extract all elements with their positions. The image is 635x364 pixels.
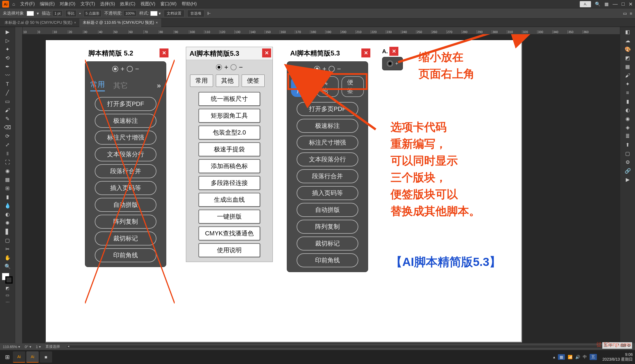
tray-network-icon[interactable]: 📶 [568, 355, 572, 359]
rotate-tool-icon[interactable]: ⟳ [2, 132, 13, 140]
selection-tool-icon[interactable]: ▶ [2, 28, 13, 36]
script-button[interactable]: 统一画板尺寸 [198, 92, 260, 106]
artboard-nav[interactable]: 1 [36, 345, 38, 349]
doc-tab-1[interactable]: 未标题-2.ai @ 50 % (CMYK/CPU 预览)× [1, 18, 79, 27]
close-icon[interactable]: ✕ [629, 1, 633, 7]
width-tool-icon[interactable]: ⫴ [2, 150, 13, 157]
edit-toolbar-icon[interactable]: ⋯ [2, 299, 13, 305]
menu-view[interactable]: 视图(V) [140, 1, 155, 7]
artboard-tool-icon[interactable]: ▢ [2, 237, 13, 244]
taskbar-app-other[interactable]: ◙ [40, 351, 52, 363]
panel53-dark-tabs[interactable]: 常用 其他 便签 [287, 76, 368, 100]
shaper-tool-icon[interactable]: ✎ [2, 115, 13, 123]
color-panel-icon[interactable]: 🎨 [622, 45, 634, 53]
layers-panel-icon[interactable]: ≣ [622, 132, 634, 140]
properties-panel-icon[interactable]: ◧ [622, 28, 634, 36]
graph-tool-icon[interactable]: ▋ [2, 228, 13, 236]
menu-help[interactable]: 帮助(H) [182, 1, 197, 7]
direct-selection-tool-icon[interactable]: ▷ [2, 37, 13, 45]
script-button[interactable]: 裁切标记 [95, 231, 156, 245]
brush-combo[interactable]: 5 点圆形 [84, 10, 101, 17]
artboards-panel-icon[interactable]: ▢ [622, 150, 634, 157]
panel53-dark-close-button[interactable]: ✕ [361, 48, 370, 57]
script-button[interactable]: 标注尺寸增强 [297, 136, 358, 150]
curvature-tool-icon[interactable]: 〰 [2, 71, 13, 79]
symbol-sprayer-icon[interactable]: ✺ [2, 219, 13, 227]
scripts-panel-icon[interactable]: ⚙ [622, 158, 634, 166]
menu-window[interactable]: 窗口(W) [160, 1, 177, 7]
tray-ime-icon[interactable]: 中 [583, 354, 587, 360]
line-tool-icon[interactable]: ╱ [2, 89, 13, 97]
panel52-close-button[interactable]: ✕ [160, 48, 168, 57]
paintbrush-icon[interactable]: 🖌 [2, 106, 13, 114]
stroke-width-combo[interactable]: 1 pt [52, 10, 63, 16]
script-button[interactable]: 印前角线 [95, 248, 156, 262]
taskbar-app-ai-2[interactable]: Ai [26, 351, 39, 363]
asset-export-icon[interactable]: ⬆ [622, 141, 634, 149]
screen-mode-icon[interactable]: ▭ [2, 292, 13, 298]
slice-tool-icon[interactable]: ✂ [2, 245, 13, 253]
transparency-panel-icon[interactable]: ◐ [622, 106, 634, 114]
mini-close-button[interactable]: ✕ [389, 47, 398, 56]
color-guide-icon[interactable]: ◩ [622, 54, 634, 62]
tab-close-icon[interactable]: × [74, 21, 76, 25]
script-button[interactable]: 文本段落分行 [297, 152, 358, 166]
menu-select[interactable]: 选择(S) [100, 1, 115, 7]
panel-toggle-icon[interactable]: ▭ [623, 11, 627, 16]
symbols-panel-icon[interactable]: ✦ [622, 80, 634, 88]
maximize-icon[interactable]: □ [622, 1, 625, 7]
script-button[interactable]: 阵列复制 [297, 220, 358, 234]
script-button[interactable]: 自动拼版 [95, 198, 156, 212]
free-transform-icon[interactable]: ⛶ [2, 158, 13, 166]
color-mode-icon[interactable]: ◩ [2, 285, 13, 291]
lasso-tool-icon[interactable]: ⟲ [2, 54, 13, 62]
type-tool-icon[interactable]: T [2, 80, 13, 88]
script-button[interactable]: 标注尺寸增强 [95, 131, 156, 145]
script-button[interactable]: 极速手提袋 [198, 142, 260, 156]
fill-swatch[interactable] [27, 11, 34, 16]
tray-volume-icon[interactable]: 🔊 [575, 355, 580, 359]
doc-setup-button[interactable]: 文档设置 [164, 10, 184, 17]
script-button[interactable]: 多段路径连接 [198, 176, 260, 190]
script-button[interactable]: 自动拼版 [297, 203, 358, 217]
script-button[interactable]: 极速标注 [95, 114, 156, 128]
search-icon[interactable]: 🔍 [595, 1, 601, 7]
links-panel-icon[interactable]: 🔗 [622, 167, 634, 175]
script-button[interactable]: 包装盒型2.0 [198, 126, 260, 140]
start-button[interactable]: ⊞ [2, 352, 12, 362]
swatches-panel-icon[interactable]: ▦ [622, 63, 634, 71]
panel53-dark-radio-row[interactable]: +− [287, 62, 368, 76]
panel52-radio-row[interactable]: +− [85, 62, 166, 76]
horizontal-scrollbar[interactable] [66, 345, 631, 348]
menu-edit[interactable]: 编辑(E) [40, 1, 55, 7]
style-swatch[interactable] [150, 11, 158, 16]
panel53-light-tabs[interactable]: 常用 其他 便签 [186, 75, 273, 90]
menu-file[interactable]: 文件(F) [20, 1, 35, 7]
workspace-icon[interactable]: ▦ [604, 1, 609, 7]
pen-tool-icon[interactable]: ✒ [2, 63, 13, 71]
mini-panel-docked[interactable]: A. [580, 1, 591, 7]
eyedropper-icon[interactable]: 💧 [2, 202, 13, 210]
script-button[interactable]: 矩形圆角工具 [198, 109, 260, 123]
tray-app-icon[interactable]: ▦ [558, 354, 565, 360]
mesh-tool-icon[interactable]: ⊞ [2, 184, 13, 192]
graphic-styles-icon[interactable]: ◈ [622, 124, 634, 131]
menu-effect[interactable]: 效果(C) [120, 1, 135, 7]
script-button[interactable]: 文本段落分行 [95, 147, 156, 161]
script-button[interactable]: 添加画稿色标 [198, 159, 260, 173]
mini-radio-row[interactable]: + [385, 59, 400, 68]
panel53-light-close-button[interactable]: ✕ [262, 48, 271, 57]
fill-stroke-control[interactable] [2, 273, 13, 284]
blend-tool-icon[interactable]: ◐ [2, 210, 13, 218]
perspective-grid-icon[interactable]: ▦ [2, 176, 13, 184]
prefs-button[interactable]: 首选项 [187, 10, 204, 17]
tray-lang-icon[interactable]: 五 [590, 354, 597, 360]
menu-object[interactable]: 对象(O) [60, 1, 75, 7]
script-button[interactable]: 插入页码等 [297, 186, 358, 200]
taskbar-app-ai[interactable]: Ai [13, 351, 25, 363]
script-button[interactable]: 裁切标记 [297, 237, 358, 251]
eraser-tool-icon[interactable]: ⌫ [2, 124, 13, 131]
brushes-panel-icon[interactable]: 🖌 [622, 71, 634, 79]
home-icon[interactable]: ⌂ [12, 2, 15, 7]
libraries-panel-icon[interactable]: ☁ [622, 37, 634, 45]
